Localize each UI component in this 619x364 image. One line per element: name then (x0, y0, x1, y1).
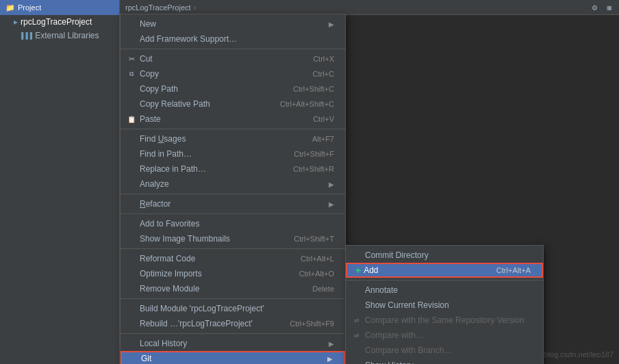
add-shortcut: Ctrl+Alt+A (496, 266, 531, 274)
local-history-arrow: ▶ (329, 340, 334, 348)
remove-module-label: Remove Module (140, 284, 299, 294)
find-in-path-shortcut: Ctrl+Shift+F (294, 150, 334, 158)
paste-shortcut: Ctrl+V (313, 115, 334, 123)
menu-item-show-thumbnails[interactable]: Show Image Thumbnails Ctrl+Shift+T (121, 231, 345, 246)
git-compare-branch[interactable]: Compare with Branch… (346, 343, 543, 358)
git-commit-directory[interactable]: Commit Directory (346, 248, 543, 263)
compare-same-repo-label: Compare with the Same Repository Version (365, 315, 532, 325)
breadcrumb-project[interactable]: rpcLogTraceProject (125, 3, 191, 12)
reformat-code-shortcut: Ctrl+Alt+L (301, 255, 334, 263)
compare-branch-label: Compare with Branch… (365, 346, 532, 355)
paste-label: Paste (140, 114, 299, 124)
git-add[interactable]: + Add Ctrl+Alt+A (346, 263, 543, 278)
reformat-code-label: Reformat Code (140, 254, 287, 263)
settings-icon[interactable]: ⚙ (588, 1, 601, 14)
analyze-arrow: ▶ (329, 181, 334, 188)
menu-item-remove-module[interactable]: Remove Module Delete (121, 281, 345, 296)
separator-7 (121, 333, 345, 334)
menu-item-add-favorites[interactable]: Add to Favorites (121, 216, 345, 231)
menu-item-optimize-imports[interactable]: Optimize Imports Ctrl+Alt+O (121, 266, 345, 281)
show-thumbnails-shortcut: Ctrl+Shift+T (294, 235, 334, 243)
copy-relative-path-shortcut: Ctrl+Alt+Shift+C (280, 100, 334, 108)
git-arrow: ▶ (327, 355, 333, 363)
copy-relative-path-label: Copy Relative Path (140, 99, 266, 109)
paste-icon: 📋 (126, 114, 137, 125)
remove-module-shortcut: Delete (312, 285, 334, 293)
show-thumbnails-label: Show Image Thumbnails (140, 234, 280, 244)
sidebar-item-libraries[interactable]: ▐▐▐ External Libraries (0, 29, 119, 42)
separator-2 (121, 129, 345, 129)
optimize-imports-label: Optimize Imports (140, 269, 286, 278)
rebuild-shortcut: Ctrl+Shift+F9 (290, 320, 334, 328)
menu-item-find-in-path[interactable]: Find in Path… Ctrl+Shift+F (121, 146, 345, 161)
replace-in-path-shortcut: Ctrl+Shift+R (293, 165, 334, 173)
menu-item-find-usages[interactable]: Find Usages Alt+F7 (121, 131, 345, 146)
find-usages-shortcut: Alt+F7 (312, 135, 334, 143)
cut-icon: ✂ (126, 53, 137, 64)
sidebar-project-label: rpcLogTraceProject (21, 17, 92, 27)
menu-item-git[interactable]: Git ▶ (121, 351, 345, 364)
rebuild-label: Rebuild …'rpcLogTraceProject' (140, 319, 276, 328)
git-show-current-revision[interactable]: Show Current Revision (346, 298, 543, 313)
copy-label: Copy (140, 69, 299, 79)
compare-with-icon: ⇄ (351, 330, 362, 341)
sidebar-item-project[interactable]: ▸ rpcLogTraceProject (0, 15, 119, 29)
project-icon: 📁 (5, 3, 15, 12)
menu-item-copy-path[interactable]: Copy Path Ctrl+Shift+C (121, 81, 345, 96)
cut-shortcut: Ctrl+X (313, 55, 334, 63)
git-compare-same-repo[interactable]: ⇄ Compare with the Same Repository Versi… (346, 313, 543, 328)
git-label: Git (141, 354, 327, 363)
git-separator-1 (346, 280, 543, 281)
git-annotate[interactable]: Annotate (346, 283, 543, 298)
copy-icon: ⧉ (126, 68, 137, 79)
menu-item-paste[interactable]: 📋 Paste Ctrl+V (121, 112, 345, 127)
menu-item-build-module[interactable]: Build Module 'rpcLogTraceProject' (121, 301, 345, 316)
menu-item-reformat-code[interactable]: Reformat Code Ctrl+Alt+L (121, 251, 345, 266)
breadcrumb: rpcLogTraceProject › ⚙ ▦ (120, 0, 619, 15)
optimize-imports-shortcut: Ctrl+Alt+O (299, 270, 334, 278)
menu-item-replace-in-path[interactable]: Replace in Path… Ctrl+Shift+R (121, 161, 345, 177)
context-menu: New ▶ Add Framework Support… ✂ Cut Ctrl+… (120, 14, 346, 364)
layout-icon[interactable]: ▦ (603, 1, 616, 14)
sidebar-libraries-label: External Libraries (35, 31, 99, 40)
copy-path-shortcut: Ctrl+Shift+C (293, 85, 334, 93)
sidebar-title-label: Project (18, 3, 41, 12)
find-in-path-label: Find in Path… (140, 149, 280, 159)
git-submenu: Commit Directory + Add Ctrl+Alt+A Annota… (345, 245, 544, 364)
new-arrow: ▶ (329, 21, 334, 28)
add-framework-label: Add Framework Support… (140, 34, 334, 44)
separator-1 (121, 49, 345, 49)
menu-item-copy-relative-path[interactable]: Copy Relative Path Ctrl+Alt+Shift+C (121, 96, 345, 112)
plus-icon: + (355, 265, 361, 276)
git-show-history[interactable]: Show History (346, 358, 543, 364)
menu-item-new-label: New (140, 19, 326, 29)
folder-icon: ▸ (14, 17, 18, 27)
menu-item-refactor[interactable]: Refactor ▶ (121, 196, 345, 211)
git-compare-with[interactable]: ⇄ Compare with… (346, 328, 543, 343)
menu-item-new[interactable]: New ▶ (121, 16, 345, 31)
separator-6 (121, 298, 345, 299)
library-icon: ▐▐▐ (19, 32, 32, 39)
toolbar-right: ⚙ ▦ (588, 0, 619, 15)
separator-3 (121, 194, 345, 194)
menu-item-cut[interactable]: ✂ Cut Ctrl+X (121, 51, 345, 66)
refactor-arrow: ▶ (329, 200, 334, 208)
menu-item-analyze[interactable]: Analyze ▶ (121, 177, 345, 192)
add-favorites-label: Add to Favorites (140, 219, 334, 229)
separator-4 (121, 213, 345, 214)
compare-with-label: Compare with… (365, 330, 532, 340)
annotate-label: Annotate (365, 285, 532, 295)
breadcrumb-separator: › (194, 3, 197, 12)
replace-in-path-label: Replace in Path… (140, 164, 279, 174)
separator-5 (121, 248, 345, 249)
menu-item-copy[interactable]: ⧉ Copy Ctrl+C (121, 66, 345, 81)
menu-item-local-history[interactable]: Local History ▶ (121, 336, 345, 351)
compare-icon: ⇄ (351, 315, 362, 326)
cut-label: Cut (140, 54, 299, 64)
commit-directory-label: Commit Directory (365, 250, 532, 260)
sidebar: 📁 Project ▸ rpcLogTraceProject ▐▐▐ Exter… (0, 0, 120, 364)
copy-shortcut: Ctrl+C (313, 70, 334, 78)
menu-item-add-framework[interactable]: Add Framework Support… (121, 31, 345, 47)
show-history-label: Show History (365, 361, 532, 364)
menu-item-rebuild[interactable]: Rebuild …'rpcLogTraceProject' Ctrl+Shift… (121, 316, 345, 331)
